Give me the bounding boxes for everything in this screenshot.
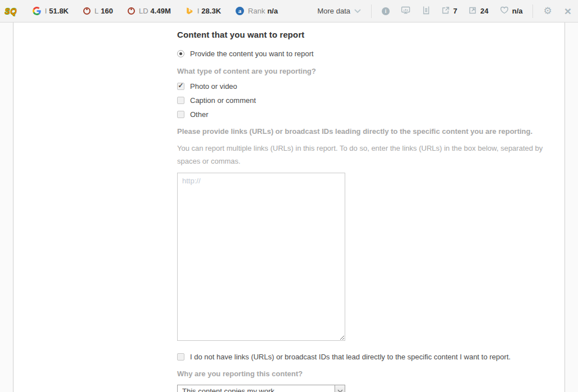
bing-index-metric[interactable]: I 28.3K (186, 7, 221, 15)
metric-prefix: I (197, 7, 200, 15)
internal-links-count: 24 (480, 7, 488, 15)
report-page-icon (422, 6, 430, 16)
metric-value: 160 (101, 7, 113, 15)
section-title: Content that you want to report (177, 30, 565, 39)
other-checkbox-row[interactable]: Other (177, 110, 565, 119)
alexa-rank-metric[interactable]: a Rank n/a (236, 7, 278, 15)
chevron-down-icon (354, 9, 361, 13)
social-likes-button[interactable]: n/a (500, 6, 523, 16)
semrush-linkdomain-metric[interactable]: LD 4.49M (128, 7, 171, 15)
links-help-text: You can report multiple links (URLs) in … (177, 142, 545, 168)
semrush-links-icon (83, 7, 91, 15)
likes-count: n/a (512, 7, 523, 15)
left-gutter (0, 22, 13, 392)
radio-label[interactable]: Provide the content you want to report (190, 49, 314, 58)
checkbox-label[interactable]: Photo or video (190, 82, 237, 91)
photo-video-checkbox-row[interactable]: Photo or video (177, 82, 565, 91)
keyword-density-button[interactable] (422, 6, 430, 16)
semrush-links-metric[interactable]: L 160 (83, 7, 113, 15)
links-instruction-label: Please provide links (URLs) or broadcast… (177, 127, 565, 136)
checkbox-label[interactable]: Caption or comment (190, 96, 256, 105)
google-icon (33, 7, 41, 15)
report-form-panel: Content that you want to report Provide … (13, 22, 565, 392)
metric-prefix: Rank (248, 7, 265, 15)
checkbox-label[interactable]: Other (190, 110, 209, 119)
settings-gear-icon[interactable]: ⚙ (543, 6, 552, 16)
toolbar-tools: i (382, 6, 523, 16)
more-data-label: More data (317, 7, 350, 15)
report-form: Content that you want to report Provide … (13, 22, 565, 392)
bing-icon (186, 7, 193, 15)
other-checkbox[interactable] (177, 111, 184, 118)
right-gutter (565, 22, 578, 392)
metric-prefix: L (94, 7, 98, 15)
provide-content-radio[interactable] (177, 50, 184, 57)
links-textarea[interactable] (177, 173, 345, 341)
external-links-button[interactable]: 7 (441, 6, 457, 16)
reason-select[interactable]: This content copies my work (177, 385, 345, 392)
external-links-count: 7 (453, 7, 457, 15)
metric-value: 51.8K (49, 7, 69, 15)
provide-content-radio-row[interactable]: Provide the content you want to report (177, 49, 565, 58)
heart-icon (500, 6, 509, 16)
metric-value: n/a (267, 7, 278, 15)
caption-comment-checkbox-row[interactable]: Caption or comment (177, 96, 565, 105)
checkbox-label[interactable]: I do not have links (URLs) or broadcast … (190, 353, 511, 361)
semrush-linkdomain-icon (128, 7, 135, 15)
page-body: Content that you want to report Provide … (0, 22, 578, 392)
metric-value: 28.3K (201, 7, 221, 15)
seoquake-logo-icon[interactable]: SQ (4, 6, 17, 16)
metric-value: 4.49M (151, 7, 171, 15)
page-info-button[interactable]: i (382, 7, 390, 15)
alexa-icon: a (236, 7, 244, 15)
browser-window: SQ I 51.8K L 160 LD 4.49M (0, 0, 578, 392)
no-links-checkbox-row[interactable]: I do not have links (URLs) or broadcast … (177, 353, 565, 361)
no-links-checkbox[interactable] (177, 353, 184, 361)
reason-question: Why are you reporting this content? (177, 370, 565, 378)
select-arrow-button[interactable] (335, 385, 345, 392)
content-type-question: What type of content are you reporting? (177, 67, 565, 75)
photo-video-checkbox[interactable] (177, 83, 184, 90)
internal-link-icon (468, 6, 477, 16)
metric-prefix: I (45, 7, 47, 15)
toolbar-divider (532, 4, 533, 18)
google-index-metric[interactable]: I 51.8K (33, 7, 69, 15)
close-toolbar-icon[interactable]: × (565, 5, 571, 17)
external-link-icon (441, 6, 450, 16)
metric-prefix: LD (139, 7, 148, 15)
monitor-chart-icon (401, 6, 410, 16)
more-data-dropdown[interactable]: More data (317, 7, 361, 15)
page-diagnosis-button[interactable] (401, 6, 410, 16)
reason-selected-value: This content copies my work (178, 387, 335, 392)
caption-comment-checkbox[interactable] (177, 97, 184, 104)
toolbar-divider (371, 4, 372, 18)
info-icon: i (382, 7, 390, 15)
internal-links-button[interactable]: 24 (468, 6, 488, 16)
seoquake-toolbar: SQ I 51.8K L 160 LD 4.49M (0, 0, 578, 22)
